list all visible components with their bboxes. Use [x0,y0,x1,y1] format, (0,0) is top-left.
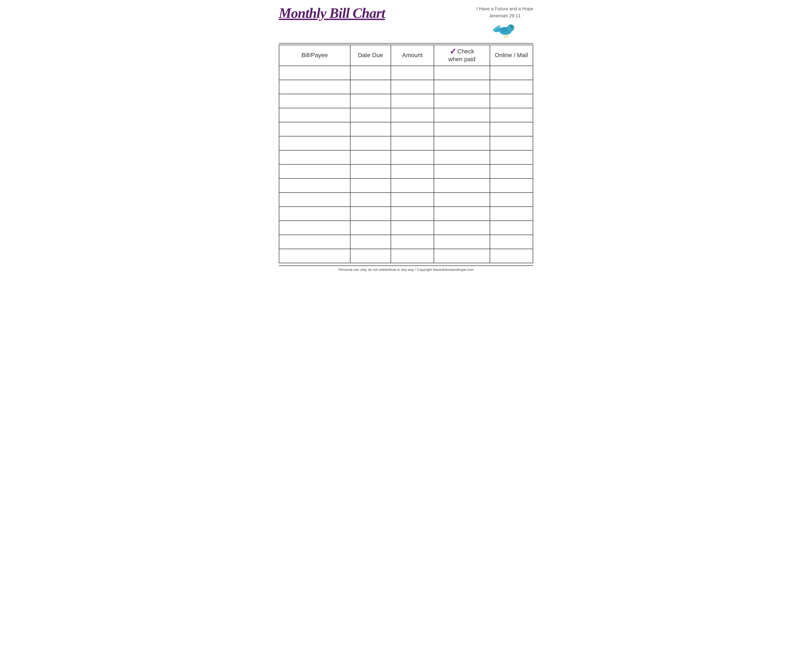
svg-line-10 [505,37,505,37]
table-cell [490,206,533,221]
table-cell [434,179,490,193]
bird-icon [493,19,517,38]
table-cell [434,164,490,179]
table-cell [490,122,533,136]
table-cell [490,164,533,179]
table-cell [490,179,533,193]
table-cell [391,193,434,206]
svg-point-6 [512,26,512,27]
table-cell [490,108,533,122]
table-cell [279,108,350,122]
subtitle-line2: Jeremiah 29:11 [489,12,521,20]
table-cell [434,94,490,108]
table-row [279,94,533,108]
table-cell [279,164,350,179]
check-top-row: ✓ Check [450,47,474,55]
table-cell [279,221,350,235]
table-cell [350,80,391,94]
table-cell [434,66,490,80]
table-cell [350,150,391,164]
check-sub-label: when paid [448,55,475,63]
table-cell [391,221,434,235]
table-cell [391,66,434,80]
svg-line-11 [507,34,508,37]
table-cell [490,235,533,249]
right-header: I Have a Future and a Hope Jeremiah 29:1… [476,5,533,38]
table-cell [279,150,350,164]
table-cell [350,235,391,249]
table-cell [490,136,533,150]
table-header-row: Bill/Payee Date Due Amount ✓ Check when … [279,45,533,66]
title-block: Monthly Bill Chart [279,5,385,21]
table-row [279,249,533,263]
table-cell [490,80,533,94]
table-cell [350,94,391,108]
table-body [279,66,533,263]
table-cell [391,136,434,150]
table-cell [279,122,350,136]
table-cell [490,66,533,80]
table-cell [350,179,391,193]
table-row [279,108,533,122]
table-row [279,80,533,94]
table-row [279,193,533,206]
table-cell [391,206,434,221]
table-cell [279,136,350,150]
table-cell [279,80,350,94]
table-cell [490,221,533,235]
table-cell [434,249,490,263]
table-row [279,66,533,80]
svg-marker-7 [514,28,516,28]
table-cell [391,94,434,108]
col-header-date: Date Due [350,45,391,66]
table-cell [350,66,391,80]
table-cell [434,193,490,206]
footer: Personal use only, do not redistribute i… [279,265,533,272]
table-cell [350,122,391,136]
check-header-content: ✓ Check when paid [437,47,487,63]
page-title: Monthly Bill Chart [279,5,385,21]
table-cell [279,235,350,249]
col-header-payee: Bill/Payee [279,45,350,66]
table-cell [350,108,391,122]
table-cell [490,249,533,263]
table-cell [490,193,533,206]
col-header-check: ✓ Check when paid [434,45,490,66]
table-row [279,136,533,150]
bill-chart-table: Bill/Payee Date Due Amount ✓ Check when … [279,45,533,263]
table-cell [391,80,434,94]
table-cell [391,164,434,179]
table-cell [350,206,391,221]
table-row [279,179,533,193]
subtitle-line1: I Have a Future and a Hope [476,5,533,12]
table-cell [350,221,391,235]
check-label: Check [458,47,474,55]
svg-point-4 [507,24,514,31]
table-cell [434,221,490,235]
table-row [279,206,533,221]
svg-line-13 [507,37,508,37]
page-header: Monthly Bill Chart I Have a Future and a… [279,5,533,40]
table-cell [391,249,434,263]
col-header-online: Online / Mail [490,45,533,66]
table-cell [279,249,350,263]
table-cell [434,206,490,221]
table-cell [490,94,533,108]
table-row [279,221,533,235]
table-row [279,122,533,136]
table-cell [279,94,350,108]
table-cell [391,122,434,136]
checkmark-icon: ✓ [450,47,456,55]
header-divider [279,43,533,44]
table-cell [490,150,533,164]
table-cell [434,136,490,150]
table-cell [434,122,490,136]
table-cell [434,80,490,94]
table-cell [279,206,350,221]
table-cell [279,179,350,193]
table-cell [434,108,490,122]
table-cell [434,150,490,164]
table-cell [391,108,434,122]
table-cell [350,164,391,179]
table-cell [391,150,434,164]
